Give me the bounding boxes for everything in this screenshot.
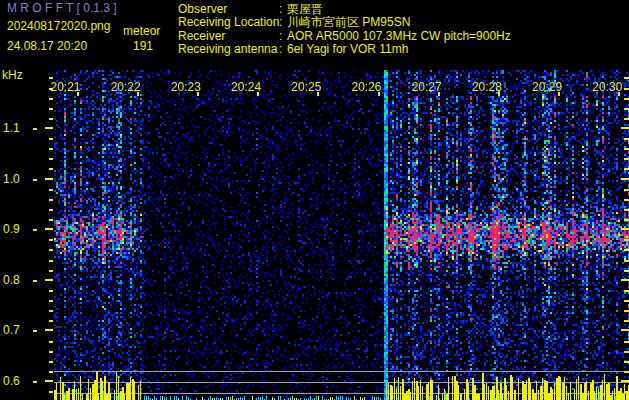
meteor-count: 191 xyxy=(133,39,153,53)
freq-tick-label: 0.9 xyxy=(3,222,20,236)
freq-major-tick xyxy=(621,228,629,230)
freq-minor-tick xyxy=(49,138,53,140)
freq-minor-tick xyxy=(49,320,53,322)
freq-major-tick xyxy=(621,279,629,281)
freq-minor-tick xyxy=(624,118,629,120)
freq-minor-tick xyxy=(624,219,629,221)
freq-minor-tick xyxy=(49,300,53,302)
freq-major-tick xyxy=(45,329,53,331)
freq-major-tick xyxy=(45,279,53,281)
freq-label-dash xyxy=(33,229,37,231)
freq-minor-tick xyxy=(49,371,53,373)
freq-minor-tick xyxy=(49,209,53,211)
freq-minor-tick xyxy=(624,108,629,110)
freq-tick-label: 1.0 xyxy=(3,172,20,186)
freq-unit-label: kHz xyxy=(2,68,23,82)
freq-major-tick xyxy=(621,329,629,331)
freq-minor-tick xyxy=(624,158,629,160)
freq-major-tick xyxy=(45,380,53,382)
freq-minor-tick xyxy=(624,300,629,302)
freq-minor-tick xyxy=(624,239,629,241)
time-tick xyxy=(257,92,259,96)
info-label: Observer xyxy=(178,3,227,16)
freq-minor-tick xyxy=(624,88,629,90)
time-tick xyxy=(498,92,500,96)
datetime-label: 24.08.17 20:20 xyxy=(7,39,87,53)
freq-minor-tick xyxy=(49,391,53,393)
freq-major-tick xyxy=(45,127,53,129)
time-tick xyxy=(558,92,560,96)
freq-minor-tick xyxy=(49,270,53,272)
freq-minor-tick xyxy=(49,310,53,312)
freq-minor-tick xyxy=(49,168,53,170)
freq-minor-tick xyxy=(624,361,629,363)
freq-label-dash xyxy=(33,179,37,181)
info-label: Receiving Location xyxy=(178,16,279,29)
freq-minor-tick xyxy=(624,168,629,170)
info-separator: : xyxy=(279,43,282,56)
info-separator: : xyxy=(279,16,282,29)
freq-minor-tick xyxy=(49,341,53,343)
freq-minor-tick xyxy=(49,249,53,251)
freq-label-dash xyxy=(33,280,37,282)
freq-major-tick xyxy=(621,380,629,382)
spectrogram-canvas xyxy=(54,70,629,400)
freq-minor-tick xyxy=(49,148,53,150)
freq-minor-tick xyxy=(624,209,629,211)
freq-minor-tick xyxy=(624,351,629,353)
time-tick xyxy=(317,92,319,96)
info-label: Receiving antenna xyxy=(178,43,277,56)
freq-minor-tick xyxy=(624,138,629,140)
mrofft-spectrogram-screenshot: M R O F F T [ 0.1.3 ] 202408172020.png m… xyxy=(0,0,629,400)
freq-minor-tick xyxy=(49,361,53,363)
freq-major-tick xyxy=(621,127,629,129)
freq-tick-label: 0.8 xyxy=(3,273,20,287)
freq-minor-tick xyxy=(624,199,629,201)
freq-minor-tick xyxy=(49,199,53,201)
time-tick xyxy=(137,92,139,96)
freq-minor-tick xyxy=(49,108,53,110)
freq-tick-label: 0.7 xyxy=(3,323,20,337)
freq-minor-tick xyxy=(49,260,53,262)
freq-minor-tick xyxy=(49,77,53,79)
freq-minor-tick xyxy=(49,118,53,120)
filename-label: 202408172020.png xyxy=(7,19,110,33)
freq-minor-tick xyxy=(624,260,629,262)
freq-tick-label: 0.6 xyxy=(3,374,20,388)
freq-major-tick xyxy=(621,178,629,180)
freq-minor-tick xyxy=(49,290,53,292)
freq-minor-tick xyxy=(49,239,53,241)
info-value: 栗屋晋 xyxy=(287,3,323,16)
freq-minor-tick xyxy=(624,148,629,150)
freq-label-dash xyxy=(33,330,37,332)
freq-major-tick xyxy=(45,178,53,180)
info-value: AOR AR5000 107.3MHz CW pitch=900Hz xyxy=(287,30,511,43)
freq-minor-tick xyxy=(624,98,629,100)
freq-minor-tick xyxy=(624,189,629,191)
freq-minor-tick xyxy=(49,219,53,221)
freq-minor-tick xyxy=(624,341,629,343)
time-tick xyxy=(438,92,440,96)
app-title: M R O F F T [ 0.1.3 ] xyxy=(7,1,117,15)
freq-minor-tick xyxy=(624,270,629,272)
time-tick xyxy=(378,92,380,96)
time-tick xyxy=(197,92,199,96)
freq-label-dash xyxy=(33,128,37,130)
freq-major-tick xyxy=(45,228,53,230)
freq-minor-tick xyxy=(624,371,629,373)
freq-minor-tick xyxy=(624,77,629,79)
info-value: 川崎市宮前区 PM95SN xyxy=(287,16,410,29)
info-separator: : xyxy=(279,3,282,16)
time-tick xyxy=(618,92,620,96)
freq-minor-tick xyxy=(49,98,53,100)
time-tick xyxy=(77,92,79,96)
info-separator: : xyxy=(279,30,282,43)
freq-tick-label: 1.1 xyxy=(3,121,20,135)
info-value: 6el Yagi for VOR 11mh xyxy=(287,43,408,56)
freq-minor-tick xyxy=(49,351,53,353)
mode-label: meteor xyxy=(123,24,160,38)
freq-minor-tick xyxy=(49,158,53,160)
freq-minor-tick xyxy=(624,290,629,292)
info-label: Receiver xyxy=(178,30,225,43)
freq-minor-tick xyxy=(624,320,629,322)
